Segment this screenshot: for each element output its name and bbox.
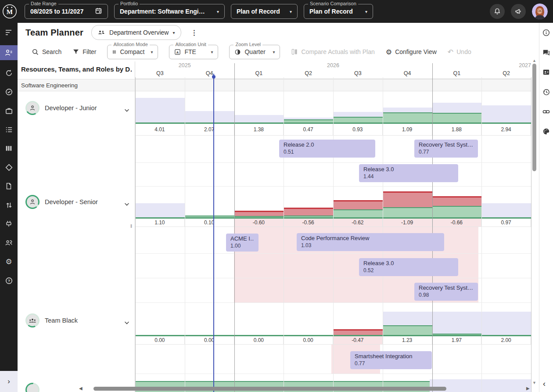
row-header-team-black[interactable]: Team Black xyxy=(25,313,78,327)
net-availability-value: -0.66 xyxy=(432,218,482,227)
plug-icon[interactable] xyxy=(3,218,15,230)
info-icon[interactable] xyxy=(542,28,551,37)
plan-value: Plan of Record xyxy=(237,8,280,15)
more-options-button[interactable]: ⋮ xyxy=(189,29,200,37)
assignment-bar[interactable]: Code Performance Review1.03 xyxy=(297,233,444,251)
zoom-level-select[interactable]: Zoom Level Quarter ▾ xyxy=(229,45,280,59)
people-icon xyxy=(97,29,105,36)
notifications-button[interactable] xyxy=(490,4,505,19)
assignment-bar[interactable]: Recovery Test Syst…0.98 xyxy=(414,283,478,301)
history-icon[interactable] xyxy=(542,87,551,96)
plan-select[interactable]: Plan of Record ▾ xyxy=(231,4,298,19)
list-icon[interactable] xyxy=(3,123,15,136)
allocation-unit-select[interactable]: Allocation Unit A FTE ▾ xyxy=(169,45,218,59)
allocation-unit-label: Allocation Unit xyxy=(173,42,208,47)
comments-icon[interactable] xyxy=(542,48,551,57)
palette-icon[interactable] xyxy=(542,127,551,136)
overallocation-area xyxy=(432,196,482,206)
vertical-scrollbar[interactable] xyxy=(532,64,536,171)
navigator-icon[interactable] xyxy=(3,161,15,173)
net-availability-value: -0.56 xyxy=(284,218,333,227)
user-avatar[interactable] xyxy=(532,4,548,19)
net-availability-value: 1.88 xyxy=(432,123,482,136)
announcements-button[interactable] xyxy=(511,4,526,19)
capacity-area xyxy=(135,98,185,123)
assignment-bar[interactable]: Release 3.00.52 xyxy=(359,258,458,276)
scroll-up-arrow[interactable]: ▲ xyxy=(532,58,536,63)
planner-grid: Resources, Teams, and Roles by D… Softwa… xyxy=(18,61,539,392)
quarter-gridline xyxy=(185,77,185,392)
briefcase-icon[interactable] xyxy=(3,104,15,117)
sort-icon[interactable] xyxy=(3,26,15,39)
team-planner-icon[interactable] xyxy=(0,45,18,60)
refresh-icon[interactable] xyxy=(3,67,15,79)
settings-gear-icon[interactable]: ⚙ xyxy=(3,255,15,268)
expand-row-chevron[interactable] xyxy=(124,319,129,327)
capacity-area xyxy=(432,312,482,336)
team-icon xyxy=(27,315,38,326)
contact-card-icon[interactable] xyxy=(542,68,551,76)
link-icon[interactable] xyxy=(542,107,551,116)
megaphone-icon xyxy=(514,7,522,15)
page-header: Team Planner Department Overview ▾ ⋮ xyxy=(18,23,539,42)
allocation-area xyxy=(432,206,482,218)
columns-icon[interactable] xyxy=(3,142,15,155)
search-icon xyxy=(32,48,39,56)
overallocation-area xyxy=(234,211,284,216)
row-name: Developer - Junior xyxy=(45,104,97,111)
people-icon[interactable] xyxy=(3,237,15,249)
horizontal-scrollbar[interactable] xyxy=(93,387,446,391)
quarter-label: Q4 xyxy=(185,69,234,77)
configure-view-button[interactable]: ⚙ Configure View xyxy=(386,48,437,56)
row-header-developer-senior[interactable]: Developer - Senior xyxy=(25,195,98,209)
scroll-left-arrow[interactable]: ◀ xyxy=(79,386,83,391)
goal-icon[interactable] xyxy=(3,86,15,98)
assignment-bar[interactable]: ACME I…1.00 xyxy=(226,234,259,252)
scenario-comparison-select[interactable]: Scenario Comparison Plan of Record ▾ xyxy=(304,4,373,19)
expand-row-chevron[interactable] xyxy=(124,106,129,114)
svg-text:M: M xyxy=(7,8,13,15)
svg-text:?: ? xyxy=(7,278,10,283)
search-button[interactable]: Search xyxy=(32,48,61,56)
portfolio-label: Portfolio xyxy=(118,1,140,6)
view-selector[interactable]: Department Overview ▾ xyxy=(91,25,181,40)
column-divider[interactable] xyxy=(135,61,135,392)
today-line xyxy=(213,74,214,392)
group-label: Software Engineering xyxy=(21,82,78,89)
avatar-ring xyxy=(25,313,40,327)
left-navigation-rail: ⚙ ? xyxy=(0,23,18,371)
assignment-bar[interactable]: Release 2.00.51 xyxy=(279,140,375,158)
column-resize-handle[interactable]: ‖ xyxy=(130,224,132,229)
avatar-ring xyxy=(25,195,40,209)
allocation-mode-select[interactable]: Allocation Mode Compact ▾ xyxy=(107,45,158,59)
assignment-bar[interactable]: Smartsheet Integration0.77 xyxy=(350,351,432,369)
bar-value: 0.98 xyxy=(419,292,474,298)
allocation-unit-value: FTE xyxy=(184,48,196,55)
help-icon[interactable]: ? xyxy=(3,274,15,287)
swap-vertical-icon[interactable] xyxy=(3,199,15,211)
assignment-bar[interactable]: Recovery Test Syst…0.77 xyxy=(414,140,478,158)
document-icon[interactable] xyxy=(3,180,15,192)
resource-row-team-black: 0.000.000.000.00-0.471.231.972.00Smartsh… xyxy=(18,303,539,374)
net-availability-value: 0.93 xyxy=(333,123,383,136)
chevron-down-icon: ▾ xyxy=(365,9,367,14)
group-row-software-engineering[interactable]: Software Engineering xyxy=(18,79,531,91)
expand-left-panel-button[interactable]: › xyxy=(0,371,18,392)
quarter-label: Q1 xyxy=(234,69,284,77)
scroll-right-arrow[interactable]: ▶ xyxy=(526,386,530,391)
portfolio-select[interactable]: Portfolio Department: Software Engi… ▾ xyxy=(114,4,225,19)
allocation-mode-value: Compact xyxy=(120,48,144,55)
date-range-field[interactable]: Date Range 08/2025 to 11/2027 xyxy=(25,4,108,19)
row-header-developer-junior[interactable]: Developer - Junior xyxy=(25,101,97,115)
expand-row-chevron[interactable] xyxy=(124,200,129,208)
net-availability-value: 0.00 xyxy=(234,336,284,345)
app-logo[interactable]: M xyxy=(1,3,18,20)
undo-icon: ↶ xyxy=(448,48,453,56)
assignment-bar[interactable]: Release 3.01.44 xyxy=(359,164,458,182)
quarter-label: Q2 xyxy=(284,69,333,77)
expand-right-panel-button[interactable]: ‹ xyxy=(543,379,546,388)
net-availability-value: 0.47 xyxy=(284,123,333,136)
toolbar: Search Filter Allocation Mode Compact ▾ … xyxy=(18,42,539,61)
filter-button[interactable]: Filter xyxy=(72,48,96,55)
scroll-down-arrow[interactable]: ▼ xyxy=(532,381,536,385)
